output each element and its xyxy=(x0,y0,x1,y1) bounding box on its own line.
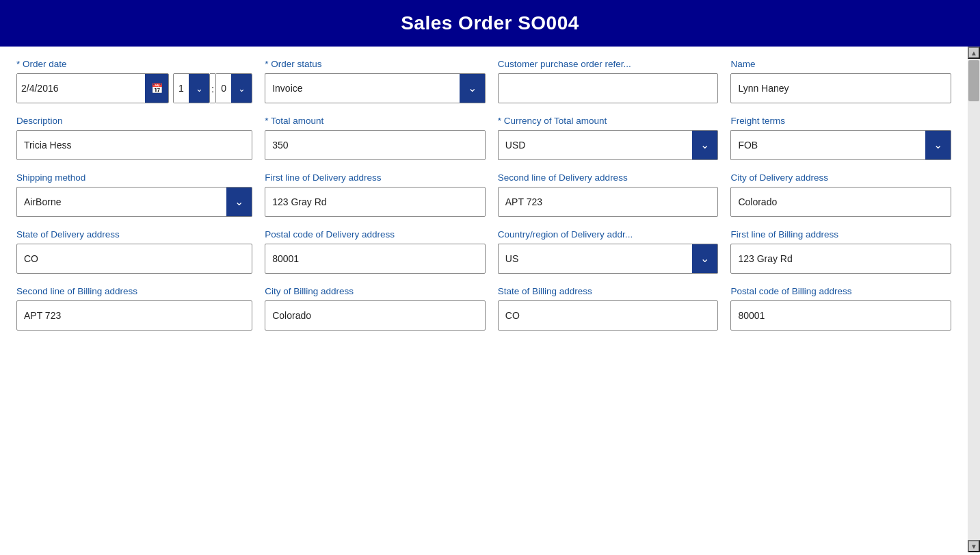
description-label: Description xyxy=(16,116,252,126)
freight-terms-field: Freight terms ⌄ xyxy=(730,116,951,160)
delivery-country-chevron-icon: ⌄ xyxy=(700,253,709,264)
freight-terms-select-wrapper: ⌄ xyxy=(730,130,951,160)
shipping-method-select-wrapper: ⌄ xyxy=(16,187,252,217)
delivery-postal-input[interactable] xyxy=(265,244,486,274)
shipping-method-label: Shipping method xyxy=(16,172,252,183)
billing-state-field: State of Billing address xyxy=(498,286,719,331)
billing-postal-input[interactable] xyxy=(730,300,951,331)
minute-value: 0 xyxy=(216,74,231,103)
shipping-method-dropdown-button[interactable]: ⌄ xyxy=(226,187,252,217)
hour-chevron-icon: ⌄ xyxy=(196,83,203,94)
order-status-label: Order status xyxy=(265,59,486,69)
currency-field: Currency of Total amount ⌄ xyxy=(498,116,719,160)
customer-po-ref-field: Customer purchase order refer... xyxy=(498,59,719,103)
billing-state-input[interactable] xyxy=(498,300,719,331)
billing-city-field: City of Billing address xyxy=(265,286,486,331)
delivery-postal-field: Postal code of Delivery address xyxy=(265,229,486,274)
order-status-input[interactable] xyxy=(265,73,460,103)
currency-label: Currency of Total amount xyxy=(498,116,719,126)
order-status-field: Order status ⌄ xyxy=(265,59,486,103)
page-title: Sales Order SO004 xyxy=(0,0,980,47)
minute-spinner: 0 ⌄ xyxy=(215,73,252,103)
shipping-method-chevron-icon: ⌄ xyxy=(235,196,243,207)
description-field: Description xyxy=(16,116,252,160)
name-field: Name xyxy=(730,59,951,103)
billing-address-line1-input[interactable] xyxy=(730,244,951,274)
currency-dropdown-button[interactable]: ⌄ xyxy=(692,130,718,160)
total-amount-label: Total amount xyxy=(265,116,486,126)
minute-arrow-button[interactable]: ⌄ xyxy=(231,74,252,103)
time-colon: : xyxy=(210,73,215,103)
shipping-method-input[interactable] xyxy=(16,187,226,217)
scrollbar-down-button[interactable]: ▼ xyxy=(968,540,980,552)
freight-terms-dropdown-button[interactable]: ⌄ xyxy=(925,130,951,160)
delivery-address-line1-field: First line of Delivery address xyxy=(265,172,486,217)
shipping-method-field: Shipping method ⌄ xyxy=(16,172,252,217)
billing-address-line2-label: Second line of Billing address xyxy=(16,286,252,296)
billing-address-line2-input[interactable] xyxy=(16,300,252,331)
total-amount-field: Total amount xyxy=(265,116,486,160)
delivery-address-line2-label: Second line of Delivery address xyxy=(498,172,719,183)
billing-postal-field: Postal code of Billing address xyxy=(730,286,951,331)
freight-terms-input[interactable] xyxy=(730,130,925,160)
hour-arrow-button[interactable]: ⌄ xyxy=(189,74,209,103)
currency-select-wrapper: ⌄ xyxy=(498,130,719,160)
delivery-city-label: City of Delivery address xyxy=(730,172,951,183)
order-date-label: Order date xyxy=(16,59,252,69)
billing-address-line1-field: First line of Billing address xyxy=(730,229,951,274)
delivery-address-line1-label: First line of Delivery address xyxy=(265,172,486,183)
billing-postal-label: Postal code of Billing address xyxy=(730,286,951,296)
delivery-address-line1-input[interactable] xyxy=(265,187,486,217)
delivery-state-label: State of Delivery address xyxy=(16,229,252,240)
hour-spinner: 1 ⌄ xyxy=(173,73,210,103)
scrollbar-up-button[interactable]: ▲ xyxy=(968,47,980,59)
currency-chevron-icon: ⌄ xyxy=(700,140,709,151)
currency-input[interactable] xyxy=(498,130,693,160)
order-status-select-wrapper: ⌄ xyxy=(265,73,486,103)
billing-address-line1-label: First line of Billing address xyxy=(730,229,951,240)
delivery-country-dropdown-button[interactable]: ⌄ xyxy=(692,244,718,274)
order-date-input-wrapper: 📅 xyxy=(16,73,169,103)
delivery-postal-label: Postal code of Delivery address xyxy=(265,229,486,240)
order-status-chevron-icon: ⌄ xyxy=(468,83,477,94)
delivery-country-label: Country/region of Delivery addr... xyxy=(498,229,719,240)
delivery-country-input[interactable] xyxy=(498,244,693,274)
scrollbar: ▲ ▼ xyxy=(968,47,980,552)
delivery-country-select-wrapper: ⌄ xyxy=(498,244,719,274)
billing-address-line2-field: Second line of Billing address xyxy=(16,286,252,331)
billing-city-input[interactable] xyxy=(265,300,486,331)
minute-chevron-icon: ⌄ xyxy=(238,83,246,94)
customer-po-ref-label: Customer purchase order refer... xyxy=(498,59,719,69)
customer-po-ref-input[interactable] xyxy=(498,73,719,103)
delivery-address-line2-input[interactable] xyxy=(498,187,719,217)
freight-terms-chevron-icon: ⌄ xyxy=(933,140,942,151)
order-date-field: Order date 📅 1 ⌄ xyxy=(16,59,252,103)
description-input[interactable] xyxy=(16,130,252,160)
name-label: Name xyxy=(730,59,951,69)
name-input[interactable] xyxy=(730,73,951,103)
total-amount-input[interactable] xyxy=(265,130,486,160)
billing-state-label: State of Billing address xyxy=(498,286,719,296)
freight-terms-label: Freight terms xyxy=(730,116,951,126)
scrollbar-thumb[interactable] xyxy=(968,60,979,101)
order-status-dropdown-button[interactable]: ⌄ xyxy=(460,73,486,103)
header-title-text: Sales Order SO004 xyxy=(401,12,579,34)
delivery-state-field: State of Delivery address xyxy=(16,229,252,274)
billing-city-label: City of Billing address xyxy=(265,286,486,296)
calendar-icon: 📅 xyxy=(151,83,163,94)
delivery-address-line2-field: Second line of Delivery address xyxy=(498,172,719,217)
order-date-text-input[interactable] xyxy=(17,74,145,103)
hour-value: 1 xyxy=(174,74,189,103)
calendar-button[interactable]: 📅 xyxy=(145,74,168,103)
delivery-city-input[interactable] xyxy=(730,187,951,217)
delivery-state-input[interactable] xyxy=(16,244,252,274)
delivery-city-field: City of Delivery address xyxy=(730,172,951,217)
delivery-country-field: Country/region of Delivery addr... ⌄ xyxy=(498,229,719,274)
